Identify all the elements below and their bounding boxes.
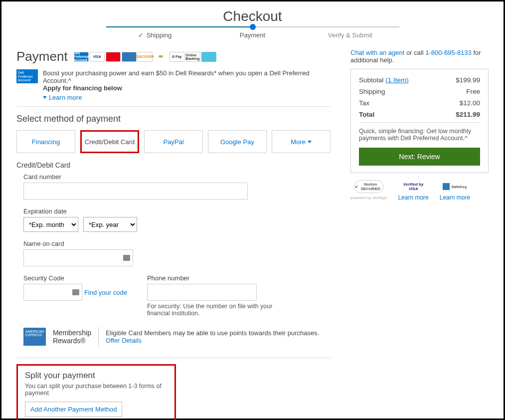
gift-card-icon: [201, 52, 216, 62]
phone-help-text: For security: Use the number on file wit…: [147, 303, 287, 317]
promo-line2: Apply for financing below: [43, 84, 122, 92]
offer-details-link[interactable]: Offer Details: [106, 337, 142, 344]
tab-google-pay[interactable]: Google Pay: [208, 130, 267, 153]
security-code-label: Security Code: [23, 274, 127, 282]
trust-badges: ✓Norton SECURED powered by VeriSign Veri…: [350, 180, 489, 201]
step-shipping-label: Shipping: [147, 31, 172, 39]
safekey-badge: SafeKey Learn more: [440, 180, 470, 201]
safekey-learn-more-link[interactable]: Learn more: [440, 194, 470, 201]
divider: [16, 358, 331, 358]
financing-promo: Dell Preferred Account Boost your purcha…: [16, 69, 331, 107]
amex-badge-icon: AMERICAN EXPRESS: [23, 328, 46, 346]
summary-subtotal-row: Subtotal (1 Item) $199.99: [359, 76, 480, 84]
total-value: $211.99: [456, 111, 480, 118]
visa-icon: VISA: [90, 52, 105, 62]
step-shipping[interactable]: ✓Shipping: [106, 26, 204, 39]
find-code-link[interactable]: Find your code: [84, 289, 127, 296]
step-verify: Verify & Submit: [302, 26, 399, 39]
payment-heading: Payment: [16, 49, 68, 64]
phone-number-label: Phone number: [147, 274, 287, 282]
summary-shipping-row: Shipping Free: [359, 88, 480, 95]
item-count-link[interactable]: (1 Item): [385, 76, 409, 84]
keyboard-icon: [72, 289, 79, 295]
check-icon: ✓: [138, 31, 144, 39]
step-verify-label: Verify & Submit: [302, 31, 399, 39]
summary-total-row: Total $211.99: [359, 111, 480, 118]
financing-note: Quick, simple financing: Get low monthly…: [359, 122, 480, 142]
shipping-value: Free: [466, 88, 480, 95]
divider: [98, 327, 99, 347]
page-title: Checkout: [16, 8, 489, 24]
exp-month-select[interactable]: *Exp. month: [23, 217, 78, 232]
progress-stepper: ✓Shipping Payment Verify & Submit: [16, 26, 489, 39]
subtotal-value: $199.99: [456, 76, 480, 84]
split-payment-title: Split your payment: [25, 371, 168, 381]
card-number-label: Card number: [23, 173, 331, 181]
amex-description: Eligible Card Members may be able to use…: [106, 329, 331, 344]
learn-more-label: Learn more: [49, 94, 82, 101]
tab-credit-debit[interactable]: Credit/Debit Card: [80, 130, 139, 153]
mastercard-icon: [106, 52, 121, 62]
help-line: Chat with an agent or call 1-800-695-813…: [350, 49, 489, 64]
card-section-title: Credit/Debit Card: [16, 161, 331, 169]
step-payment-label: Payment: [204, 31, 302, 39]
tab-financing[interactable]: Financing: [16, 130, 75, 153]
amex-icon: [122, 52, 137, 62]
dpa-icon: Dell Preferred Account: [74, 52, 89, 62]
visa-learn-more-link[interactable]: Learn more: [398, 194, 428, 201]
add-payment-method-button[interactable]: Add Another Payment Method: [25, 402, 122, 417]
accepted-card-icons: Dell Preferred Account VISA DISCOVER 💳 G…: [74, 52, 216, 62]
online-banking-icon: Online Banking: [185, 52, 200, 62]
card-number-input[interactable]: [23, 183, 248, 200]
exp-year-select[interactable]: *Exp. year: [83, 217, 137, 232]
tax-value: $12.00: [460, 99, 480, 107]
tab-paypal[interactable]: PayPal: [144, 130, 203, 153]
caret-down-icon: [43, 96, 47, 99]
split-payment-desc: You can split your purchase between 1-3 …: [25, 383, 168, 397]
paypal-icon: 💳: [154, 52, 168, 62]
amex-membership-rewards: Membership Rewards®: [53, 329, 91, 345]
order-summary: Subtotal (1 Item) $199.99 Shipping Free …: [350, 69, 489, 173]
tab-more[interactable]: More: [272, 130, 331, 153]
select-method-heading: Select method of payment: [16, 114, 331, 124]
caret-down-icon: [308, 141, 312, 143]
name-on-card-label: Name on card: [23, 240, 331, 247]
learn-more-link[interactable]: Learn more: [43, 94, 82, 101]
phone-link[interactable]: 1-800-695-8133: [425, 49, 472, 56]
expiration-label: Expiration date: [23, 208, 331, 215]
dpa-badge-icon: Dell Preferred Account: [16, 69, 38, 83]
name-on-card-input[interactable]: [23, 249, 133, 266]
step-payment: Payment: [204, 26, 302, 39]
promo-line1: Boost your purchasing power and earn $50…: [43, 69, 331, 84]
split-payment-box: Split your payment You can split your pu…: [16, 364, 176, 420]
keyboard-icon: [123, 255, 130, 261]
tab-more-label: More: [291, 138, 306, 146]
discover-icon: DISCOVER: [138, 52, 153, 62]
chat-agent-link[interactable]: Chat with an agent: [350, 49, 404, 56]
next-review-button[interactable]: Next: Review: [359, 148, 480, 166]
norton-badge: ✓Norton SECURED powered by VeriSign: [350, 180, 387, 201]
summary-tax-row: Tax $12.00: [359, 99, 480, 107]
payment-method-tabs: Financing Credit/Debit Card PayPal Googl…: [16, 130, 331, 153]
verified-by-visa-badge: Verified by VISA Learn more: [398, 180, 428, 201]
phone-number-input[interactable]: [147, 284, 257, 301]
gpay-icon: G Pay: [169, 52, 184, 62]
